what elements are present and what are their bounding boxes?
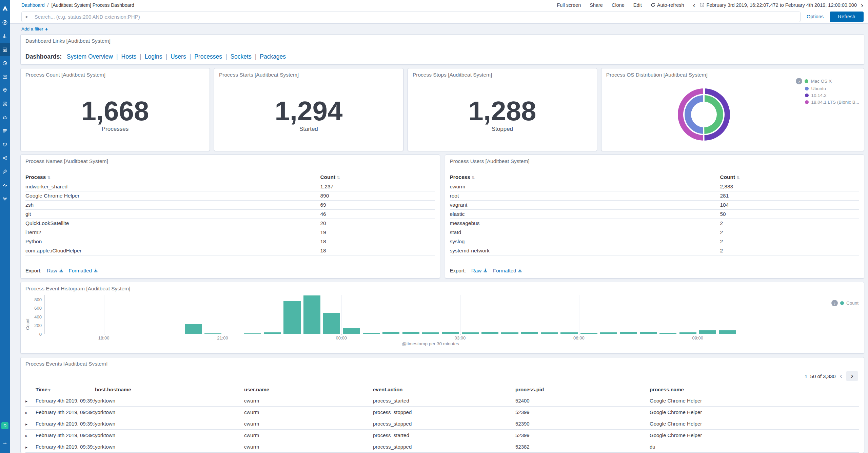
histogram-bar[interactable]: [204, 333, 221, 334]
next-page-icon[interactable]: ›: [846, 371, 858, 381]
sidebar-item-infrastructure[interactable]: [0, 110, 10, 124]
dashboard-link-hosts[interactable]: Hosts: [121, 53, 137, 60]
histogram-bar[interactable]: [264, 332, 281, 334]
histogram-bar[interactable]: [521, 332, 538, 334]
sidebar-item-management[interactable]: [0, 192, 10, 205]
histogram-bar[interactable]: [580, 333, 597, 334]
column-header-host[interactable]: host.hostname: [95, 384, 244, 395]
share-button[interactable]: Share: [590, 2, 603, 8]
sidebar-item-machine-learning[interactable]: [0, 97, 10, 110]
histogram-bar[interactable]: [382, 332, 399, 334]
expand-row-icon[interactable]: ▸: [25, 422, 27, 427]
sidebar-item-logs[interactable]: [0, 124, 10, 138]
full-screen-button[interactable]: Full screen: [557, 2, 581, 8]
previous-page-icon[interactable]: ‹: [840, 372, 842, 380]
count-cell: 890: [320, 191, 435, 201]
histogram-bar[interactable]: [343, 328, 360, 334]
histogram-bar[interactable]: [640, 332, 657, 334]
legend-item[interactable]: 10.14.2: [805, 93, 859, 98]
donut-outer-ring[interactable]: [678, 88, 730, 141]
dashboard-link-logins[interactable]: Logins: [145, 53, 162, 60]
expand-row-icon[interactable]: ▸: [25, 410, 27, 415]
histogram-bar[interactable]: [501, 332, 518, 334]
dashboard-link-system-overview[interactable]: System Overview: [67, 53, 113, 60]
expand-row-icon[interactable]: ▸: [25, 399, 27, 404]
histogram-bar[interactable]: [659, 333, 676, 334]
sidebar-item-timelion[interactable]: [0, 56, 10, 70]
column-header-pid[interactable]: process.pid: [515, 384, 650, 395]
search-input[interactable]: >_ Search... (e.g. status:200 AND extens…: [21, 12, 801, 22]
options-link[interactable]: Options: [807, 14, 824, 19]
legend-label[interactable]: Count: [846, 301, 859, 306]
donut-inner-ring[interactable]: [685, 95, 723, 134]
kibana-logo[interactable]: [0, 0, 10, 16]
legend-collapse-icon[interactable]: ›: [796, 78, 802, 84]
expand-row-icon[interactable]: ▸: [25, 445, 27, 450]
time-next-icon[interactable]: ›: [861, 1, 863, 8]
legend-swatch[interactable]: [840, 301, 844, 305]
process-cell: QuickLookSatellite: [25, 219, 320, 228]
sidebar-item-apm[interactable]: [0, 151, 10, 165]
expand-sidebar-icon[interactable]: →: [2, 439, 8, 446]
histogram-bar[interactable]: [442, 332, 459, 334]
histogram-bar[interactable]: [323, 313, 340, 334]
plus-icon[interactable]: +: [45, 26, 48, 32]
export-raw-link[interactable]: Raw: [471, 268, 488, 273]
sidebar-item-dashboard[interactable]: [0, 43, 10, 56]
sidebar-item-canvas[interactable]: [0, 70, 10, 83]
export-formatted-link[interactable]: Formatted: [69, 268, 98, 273]
export-raw-link[interactable]: Raw: [47, 268, 63, 273]
histogram-bar[interactable]: [600, 332, 617, 334]
histogram-bar[interactable]: [402, 332, 419, 334]
column-header-action[interactable]: event.action: [373, 384, 515, 395]
histogram-bar[interactable]: [560, 332, 577, 334]
legend-item[interactable]: ›Mac OS X: [796, 78, 859, 84]
histogram-bar[interactable]: [363, 333, 380, 334]
histogram-bar[interactable]: [185, 324, 202, 334]
sidebar-item-monitoring[interactable]: [0, 178, 10, 192]
legend-collapse-icon[interactable]: ›: [831, 300, 838, 306]
space-avatar[interactable]: D: [1, 422, 8, 429]
dashboard-link-users[interactable]: Users: [171, 53, 186, 60]
column-header-count[interactable]: Count⇅: [320, 172, 435, 182]
clone-button[interactable]: Clone: [612, 2, 625, 8]
legend-item[interactable]: Ubuntu: [805, 86, 859, 91]
histogram-bar[interactable]: [283, 301, 300, 334]
column-header-name[interactable]: process.name: [650, 384, 859, 395]
legend-item[interactable]: 18.04.1 LTS (Bionic B...: [805, 100, 859, 105]
sidebar-item-uptime[interactable]: [0, 138, 10, 151]
export-formatted-link[interactable]: Formatted: [493, 268, 522, 273]
sidebar-item-visualize[interactable]: [0, 29, 10, 43]
column-header-user[interactable]: user.name: [244, 384, 373, 395]
sidebar-item-dev-tools[interactable]: [0, 165, 10, 178]
histogram-bar[interactable]: [462, 332, 479, 334]
histogram-bar[interactable]: [719, 330, 736, 334]
expand-row-icon[interactable]: ▸: [25, 433, 27, 438]
histogram-bar[interactable]: [244, 333, 261, 334]
sidebar-item-discover[interactable]: [0, 16, 10, 29]
sidebar-item-maps[interactable]: [0, 83, 10, 97]
histogram-bar[interactable]: [422, 332, 439, 334]
breadcrumb-dashboard-link[interactable]: Dashboard: [21, 2, 45, 8]
histogram-bar[interactable]: [303, 295, 320, 334]
dashboard-link-sockets[interactable]: Sockets: [230, 53, 251, 60]
time-prev-icon[interactable]: ‹: [693, 1, 695, 8]
time-range-picker[interactable]: February 3rd 2019, 16:22:07.472 to Febru…: [699, 2, 857, 8]
column-header-process[interactable]: Process⇅: [450, 172, 720, 182]
histogram-bar[interactable]: [541, 332, 558, 334]
histogram-bar[interactable]: [679, 332, 696, 334]
x-tick-label: 09:00: [692, 336, 703, 340]
dashboard-link-packages[interactable]: Packages: [260, 53, 286, 60]
column-header-time[interactable]: Time▾: [36, 384, 95, 395]
histogram-bar[interactable]: [699, 330, 716, 334]
auto-refresh-button[interactable]: Auto-refresh: [651, 2, 684, 8]
histogram-bar[interactable]: [620, 332, 637, 334]
column-header-count[interactable]: Count⇅: [720, 172, 859, 182]
dashboard-link-processes[interactable]: Processes: [194, 53, 222, 60]
edit-button[interactable]: Edit: [633, 2, 642, 8]
histogram-bar[interactable]: [481, 332, 498, 334]
refresh-button[interactable]: Refresh: [830, 12, 864, 22]
column-header-process[interactable]: Process⇅: [25, 172, 320, 182]
add-filter-link[interactable]: Add a filter: [21, 26, 43, 32]
panel-process-names: Process Names [Auditbeat System] Process…: [20, 155, 440, 279]
